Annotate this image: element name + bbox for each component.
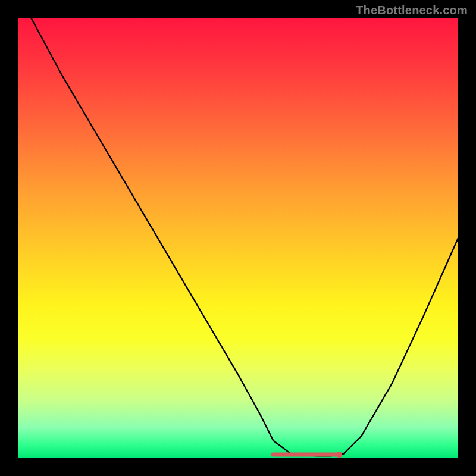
watermark-text: TheBottleneck.com	[356, 4, 468, 17]
chart-stage: TheBottleneck.com	[0, 0, 476, 476]
gradient-plot-area	[18, 18, 458, 458]
